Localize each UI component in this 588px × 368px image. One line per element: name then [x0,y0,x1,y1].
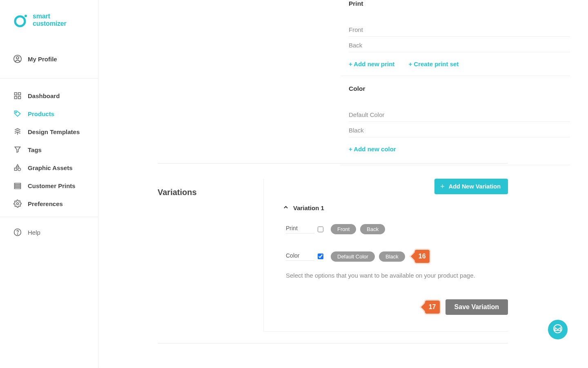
templates-icon [13,127,22,136]
variations-title: Variations [158,188,197,197]
color-option-row[interactable]: Default Color [349,106,570,122]
variation-color-checkbox[interactable] [318,254,323,259]
sidebar-label: Help [28,229,40,236]
svg-rect-11 [15,183,21,184]
mail-icon [553,324,563,335]
add-new-print-link[interactable]: + Add new print [349,61,394,67]
sidebar-item-products[interactable]: Products [0,105,98,123]
sidebar-label: Preferences [28,200,63,207]
svg-rect-5 [18,93,21,95]
sidebar-item-dashboard[interactable]: Dashboard [0,87,98,105]
callout-17: 17 [425,301,440,314]
svg-point-16 [17,234,18,234]
print-heading: Print [349,0,570,11]
section-divider [158,343,508,343]
sidebar-label: Products [28,110,54,117]
sidebar-item-design-templates[interactable]: Design Templates [0,123,98,141]
svg-rect-6 [15,96,17,99]
print-option-row[interactable]: Back [349,37,570,52]
svg-point-10 [18,168,21,171]
sidebar-label: My Profile [28,56,57,63]
support-chat-fab[interactable] [548,320,568,339]
create-print-set-link[interactable]: + Create print set [408,61,459,67]
svg-point-14 [17,203,19,205]
add-new-color-link[interactable]: + Add new color [349,146,396,153]
button-label: Add New Variation [449,183,501,190]
sidebar-label: Design Templates [28,128,80,135]
variation-print-label: Print [286,225,314,233]
callout-16: 16 [415,250,430,263]
dashboard-icon [13,91,22,100]
color-heading: Color [349,85,570,96]
shapes-icon [13,163,22,172]
brand-logo-icon [13,13,27,27]
svg-point-8 [16,112,17,113]
print-option-group: Print Front Back + Add new print + Creat… [349,0,570,68]
variation-title: Variation 1 [293,204,324,211]
sidebar-item-help[interactable]: Help [0,224,98,241]
section-divider [158,163,508,164]
sidebar-item-preferences[interactable]: Preferences [0,195,98,213]
add-new-variation-button[interactable]: + Add New Variation [434,179,508,194]
options-column: Print Front Back + Add new print + Creat… [349,0,570,165]
svg-rect-12 [15,185,21,186]
sidebar-item-customer-prints[interactable]: Customer Prints [0,177,98,195]
svg-point-3 [16,56,19,59]
tag-icon [13,109,22,118]
save-variation-button[interactable]: Save Variation [445,299,508,315]
color-pill-default[interactable]: Default Color [331,251,375,262]
main-area: Print Front Back + Add new print + Creat… [99,0,588,368]
svg-rect-13 [15,187,21,188]
sidebar-label: Customer Prints [28,182,76,189]
color-option-group: Color Default Color Black + Add new colo… [341,76,570,165]
sidebar-item-graphic-assets[interactable]: Graphic Assets [0,159,98,177]
svg-rect-4 [15,93,17,95]
variation-print-checkbox[interactable] [318,227,323,232]
print-option-row[interactable]: Front [349,21,570,37]
sidebar-label: Graphic Assets [28,164,73,171]
gear-icon [13,199,22,208]
plus-icon: + [440,183,445,190]
print-pill-front[interactable]: Front [331,224,356,234]
svg-rect-9 [15,168,17,171]
variation-1-body: Print Front Back Color Default Color Bla… [283,224,508,315]
brand-name: smart customizer [33,13,85,27]
sidebar-label: Dashboard [28,92,60,99]
svg-rect-7 [18,96,21,99]
sidebar: smart customizer My Profile Dashboard Pr… [0,0,98,368]
color-pill-black[interactable]: Black [379,251,405,262]
sidebar-label: Tags [28,146,42,153]
filter-icon [13,145,22,154]
svg-point-0 [15,16,25,26]
variation-1-toggle[interactable]: Variation 1 [283,204,508,212]
chevron-up-icon [283,204,289,212]
print-pill-back[interactable]: Back [360,224,385,234]
user-circle-icon [13,54,22,63]
variation-color-label: Color [286,252,314,261]
layers-icon [13,181,22,190]
svg-point-1 [24,15,27,17]
variation-help-text: Select the options that you want to be a… [286,272,508,279]
color-option-row[interactable]: Black [349,122,570,137]
variation-color-row: Color Default Color Black 16 [286,250,508,263]
sidebar-item-my-profile[interactable]: My Profile [0,50,98,67]
help-circle-icon [13,228,22,237]
variations-section: Variations + Add New Variation Variation… [158,179,508,332]
sidebar-item-tags[interactable]: Tags [0,141,98,159]
variation-print-row: Print Front Back [286,224,508,234]
brand-area[interactable]: smart customizer [0,0,98,40]
